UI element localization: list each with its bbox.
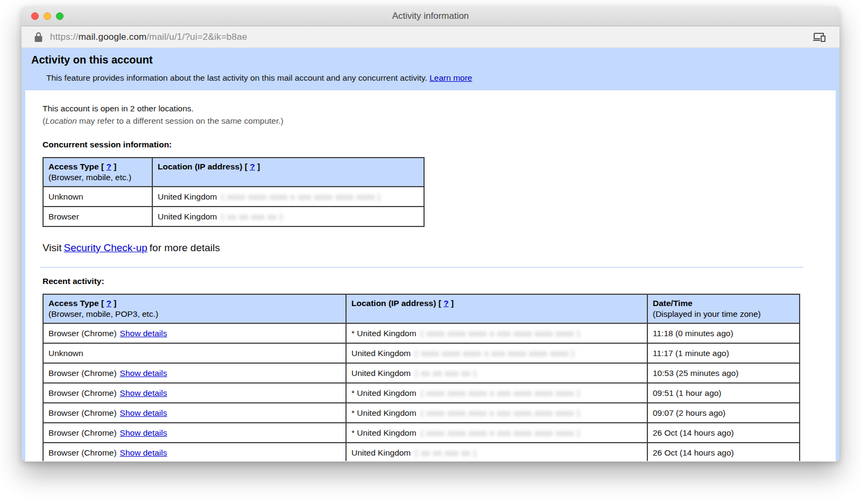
security-checkup-link[interactable]: Security Check-up [64,242,147,253]
intro-text: This account is open in 2 other location… [43,102,803,127]
open-locations-text: This account is open in 2 other location… [43,102,803,115]
details-text: for more details [150,242,220,253]
redacted-ip: ( xxxx xxxx xxxx x xxx xxxx xxxx xxxx ) [421,388,581,397]
access-type-cell: Unknown [43,187,152,207]
redacted-ip: ( xx xx xxx xx ) [415,368,476,378]
location-cell: United Kingdom( xx xx xxx xx ) [346,443,647,461]
table-row: Browser (Chrome)Show details * United Ki… [43,403,800,423]
datetime-cell: 09:07 (2 hours ago) [647,403,800,423]
learn-more-link[interactable]: Learn more [429,73,472,82]
show-details-link[interactable]: Show details [120,368,167,378]
access-type-cell: Browser (Chrome)Show details [43,423,346,443]
col-header-access-type: Access Type [ ? ] (Browser, mobile, POP3… [43,294,346,323]
table-row: Browser (Chrome)Show details United King… [43,443,800,461]
show-details-link[interactable]: Show details [120,448,167,457]
table-row: Browser United Kingdom( xx xx xxx xx ) [43,207,424,226]
access-type-cell: Browser [43,207,152,226]
datetime-cell: 10:53 (25 minutes ago) [647,363,800,383]
location-cell: United Kingdom( xx xx xxx xx ) [152,207,424,226]
location-cell: United Kingdom( xx xx xxx xx ) [346,363,647,383]
window-title: Activity information [392,11,469,22]
close-button[interactable] [31,12,39,20]
access-label: Access Type [ [48,162,104,171]
url-bar[interactable]: https://mail.google.com/mail/u/1/?ui=2&i… [22,26,839,48]
concurrent-sessions-heading: Concurrent session information: [43,140,803,150]
visit-text: Visit [43,242,62,253]
note-rest: may refer to a different session on the … [77,116,284,125]
redacted-ip: ( xxxx xxxx xxxx x xxx xxxx xxxx xxxx ) [421,408,581,417]
show-details-link[interactable]: Show details [120,428,167,437]
recent-activity-heading: Recent activity: [43,276,803,286]
access-type-cell: Browser (Chrome)Show details [43,383,346,403]
page-title: Activity on this account [31,54,829,66]
access-help-icon[interactable]: ? [106,162,111,171]
zoom-button[interactable] [56,12,63,20]
access-bracket: ] [114,299,116,308]
location-label: Location (IP address) [ [158,162,248,171]
url-scheme: https:// [50,32,79,42]
show-details-link[interactable]: Show details [120,388,167,397]
datetime-sublabel: (Displayed in your time zone) [653,309,794,320]
location-text: * United Kingdom [351,388,417,397]
access-sublabel: (Browser, mobile, POP3, etc.) [48,309,341,320]
redacted-ip: ( xxxx xxxx xxxx x xxx xxxx xxxx xxxx ) [221,192,381,201]
location-bracket: ] [451,299,454,308]
access-text: Browser (Chrome) [48,428,117,437]
access-text: Unknown [48,349,83,358]
minimize-button[interactable] [44,12,51,20]
redacted-ip: ( xx xx xxx xx ) [221,212,283,221]
datetime-label: Date/Time [653,298,794,309]
location-help-icon[interactable]: ? [250,162,255,171]
show-details-link[interactable]: Show details [120,329,167,338]
subtitle-text: This feature provides information about … [46,73,427,82]
window-controls [31,12,63,20]
recent-activity-table: Access Type [ ? ] (Browser, mobile, POP3… [43,294,800,461]
access-type-cell: Unknown [43,343,346,363]
col-header-datetime: Date/Time (Displayed in your time zone) [647,294,800,323]
location-cell: * United Kingdom( xxxx xxxx xxxx x xxx x… [346,383,647,403]
datetime-cell: 26 Oct (14 hours ago) [647,423,800,443]
table-row: Unknown United Kingdom( xxxx xxxx xxxx x… [43,187,424,207]
location-cell: United Kingdom( xxxx xxxx xxxx x xxx xxx… [346,343,647,363]
access-type-cell: Browser (Chrome)Show details [43,363,346,383]
access-type-cell: Browser (Chrome)Show details [43,443,346,461]
datetime-cell: 26 Oct (14 hours ago) [647,443,800,461]
devices-icon[interactable] [813,32,827,42]
access-text: Browser (Chrome) [48,329,117,338]
title-bar: Activity information [22,6,839,26]
content-area: This account is open in 2 other location… [25,90,836,461]
col-header-location: Location (IP address) [ ? ] [152,158,424,187]
page-header: Activity on this account This feature pr… [22,48,839,90]
location-help-icon[interactable]: ? [443,299,448,308]
location-text: * United Kingdom [351,329,417,338]
show-details-link[interactable]: Show details [120,408,167,417]
redacted-ip: ( xx xx xxx xx ) [415,448,476,457]
access-type-cell: Browser (Chrome)Show details [43,403,346,423]
datetime-cell: 11:18 (0 minutes ago) [647,323,800,343]
access-bracket: ] [114,162,116,171]
table-header-row: Access Type [ ? ] (Browser, mobile, POP3… [43,294,800,323]
datetime-cell: 09:51 (1 hour ago) [647,383,800,403]
redacted-ip: ( xxxx xxxx xxxx x xxx xxxx xxxx xxxx ) [421,428,581,437]
access-sublabel: (Browser, mobile, etc.) [48,172,147,183]
location-note: (Location may refer to a different sessi… [43,115,803,127]
location-text: United Kingdom [351,448,411,457]
access-text: Browser (Chrome) [48,368,117,378]
location-cell: * United Kingdom( xxxx xxxx xxxx x xxx x… [346,403,647,423]
table-row: Browser (Chrome)Show details United King… [43,363,800,383]
location-label: Location (IP address) [ [351,299,441,308]
table-row: Unknown United Kingdom( xxxx xxxx xxxx x… [43,343,800,363]
col-header-location: Location (IP address) [ ? ] [346,294,647,323]
access-label: Access Type [ [48,299,104,308]
datetime-cell: 11:17 (1 minute ago) [647,343,800,363]
location-text: * United Kingdom [351,428,417,437]
page-subtitle: This feature provides information about … [46,73,829,83]
table-row: Browser (Chrome)Show details * United Ki… [43,423,800,443]
address-text[interactable]: https://mail.google.com/mail/u/1/?ui=2&i… [50,32,247,42]
access-help-icon[interactable]: ? [106,299,111,308]
table-header-row: Access Type [ ? ] (Browser, mobile, etc.… [43,158,424,187]
location-cell: * United Kingdom( xxxx xxxx xxxx x xxx x… [346,323,647,343]
redacted-ip: ( xxxx xxxx xxxx x xxx xxxx xxxx xxxx ) [421,329,581,338]
access-text: Browser (Chrome) [48,388,117,397]
location-bracket: ] [257,162,260,171]
